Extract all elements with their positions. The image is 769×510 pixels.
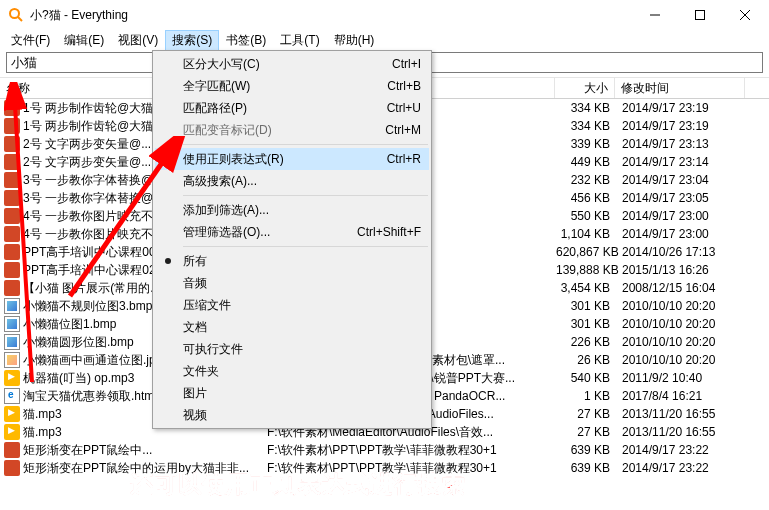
file-size: 226 KB (556, 335, 616, 349)
menu-item-label: 音频 (183, 275, 207, 292)
file-size: 334 KB (556, 119, 616, 133)
ppt-file-icon (4, 262, 20, 278)
menu-item-shortcut: Ctrl+M (385, 123, 421, 137)
menu-dropdown-item: 匹配变音标记(D)Ctrl+M (155, 119, 429, 141)
annotation-text: 还可以使用正则表达式进行搜索 (130, 469, 466, 500)
menu-dropdown-item[interactable]: 匹配路径(P)Ctrl+U (155, 97, 429, 119)
menu-item[interactable]: 工具(T) (273, 30, 326, 51)
menu-dropdown-item[interactable]: 文件夹 (155, 360, 429, 382)
file-date: 2014/9/17 23:19 (616, 101, 746, 115)
menu-dropdown-item[interactable]: 高级搜索(A)... (155, 170, 429, 192)
file-date: 2010/10/10 20:20 (616, 299, 746, 313)
file-size: 3,454 KB (556, 281, 616, 295)
file-name: 矩形渐变在PPT鼠绘中... (23, 442, 263, 459)
maximize-button[interactable] (677, 0, 722, 30)
bmp-file-icon (4, 334, 20, 350)
menu-dropdown-item[interactable]: 图片 (155, 382, 429, 404)
ppt-file-icon (4, 172, 20, 188)
menu-dropdown-item[interactable]: 管理筛选器(O)...Ctrl+Shift+F (155, 221, 429, 243)
jpg-file-icon (4, 352, 20, 368)
ppt-file-icon (4, 442, 20, 458)
menu-item-shortcut: Ctrl+Shift+F (357, 225, 421, 239)
file-date: 2014/9/17 23:22 (616, 461, 746, 475)
file-date: 2014/9/17 23:13 (616, 137, 746, 151)
menu-dropdown-item[interactable]: 视频 (155, 404, 429, 426)
menu-item-label: 文件夹 (183, 363, 219, 380)
file-row[interactable]: 矩形渐变在PPT鼠绘中...F:\软件素材\PPT\PPT教学\菲菲微教程30+… (0, 441, 769, 459)
menu-dropdown-item[interactable]: 压缩文件 (155, 294, 429, 316)
file-size: 456 KB (556, 191, 616, 205)
file-size: 639 KB (556, 443, 616, 457)
file-date: 2014/9/17 23:00 (616, 227, 746, 241)
file-size: 301 KB (556, 317, 616, 331)
file-path: F:\软件素材\PPT\PPT教学\菲菲微教程30+1 (263, 442, 556, 459)
menu-item-label: 全字匹配(W) (183, 78, 250, 95)
file-size: 449 KB (556, 155, 616, 169)
ppt-file-icon (4, 190, 20, 206)
file-date: 2010/10/10 20:20 (616, 335, 746, 349)
menu-item[interactable]: 书签(B) (219, 30, 273, 51)
app-icon (8, 7, 24, 23)
svg-line-1 (18, 17, 22, 21)
menu-item-label: 区分大小写(C) (183, 56, 260, 73)
menu-dropdown-item[interactable]: 区分大小写(C)Ctrl+I (155, 53, 429, 75)
menu-item-shortcut: Ctrl+B (387, 79, 421, 93)
file-date: 2013/11/20 16:55 (616, 425, 746, 439)
title-bar: 小?猫 - Everything (0, 0, 769, 30)
menu-dropdown-item[interactable]: 使用正则表达式(R)Ctrl+R (155, 148, 429, 170)
file-date: 2010/10/10 20:20 (616, 353, 746, 367)
html-file-icon (4, 388, 20, 404)
menu-item-label: 可执行文件 (183, 341, 243, 358)
column-header-date[interactable]: 修改时间 (615, 78, 745, 98)
menu-item-shortcut: Ctrl+R (387, 152, 421, 166)
file-size: 639 KB (556, 461, 616, 475)
menu-item[interactable]: 帮助(H) (327, 30, 382, 51)
file-size: 301 KB (556, 299, 616, 313)
menu-item[interactable]: 文件(F) (4, 30, 57, 51)
file-date: 2011/9/2 10:40 (616, 371, 746, 385)
bmp-file-icon (4, 298, 20, 314)
file-date: 2017/8/4 16:21 (616, 389, 746, 403)
close-button[interactable] (722, 0, 767, 30)
menu-separator (183, 246, 428, 247)
file-size: 139,888 KB (556, 263, 616, 277)
menu-item[interactable]: 编辑(E) (57, 30, 111, 51)
ppt-file-icon (4, 208, 20, 224)
menu-item-label: 文档 (183, 319, 207, 336)
file-date: 2014/9/17 23:22 (616, 443, 746, 457)
check-icon (163, 152, 175, 167)
file-size: 27 KB (556, 425, 616, 439)
file-date: 2014/9/17 23:19 (616, 119, 746, 133)
menu-dropdown-item[interactable]: 可执行文件 (155, 338, 429, 360)
ppt-file-icon (4, 244, 20, 260)
minimize-button[interactable] (632, 0, 677, 30)
menu-item[interactable]: 搜索(S) (165, 30, 219, 51)
file-date: 2014/9/17 23:05 (616, 191, 746, 205)
svg-rect-3 (695, 11, 704, 20)
menu-item[interactable]: 视图(V) (111, 30, 165, 51)
file-size: 1,104 KB (556, 227, 616, 241)
menu-dropdown-item[interactable]: 全字匹配(W)Ctrl+B (155, 75, 429, 97)
file-size: 334 KB (556, 101, 616, 115)
menu-dropdown-item[interactable]: 添加到筛选(A)... (155, 199, 429, 221)
file-date: 2008/12/15 16:04 (616, 281, 746, 295)
mp3-file-icon (4, 370, 20, 386)
search-menu-dropdown: 区分大小写(C)Ctrl+I全字匹配(W)Ctrl+B匹配路径(P)Ctrl+U… (152, 50, 432, 429)
ppt-file-icon (4, 154, 20, 170)
file-date: 2010/10/10 20:20 (616, 317, 746, 331)
mp3-file-icon (4, 424, 20, 440)
menu-item-label: 视频 (183, 407, 207, 424)
svg-point-0 (10, 9, 19, 18)
file-size: 620,867 KB (556, 245, 616, 259)
menu-item-shortcut: Ctrl+I (392, 57, 421, 71)
radio-dot-icon (165, 258, 171, 264)
bmp-file-icon (4, 316, 20, 332)
menu-item-label: 使用正则表达式(R) (183, 151, 284, 168)
file-date: 2014/10/26 17:13 (616, 245, 746, 259)
menu-item-label: 压缩文件 (183, 297, 231, 314)
menu-dropdown-item[interactable]: 音频 (155, 272, 429, 294)
menu-dropdown-item[interactable]: 所有 (155, 250, 429, 272)
column-header-size[interactable]: 大小 (555, 78, 615, 98)
menu-item-label: 高级搜索(A)... (183, 173, 257, 190)
menu-dropdown-item[interactable]: 文档 (155, 316, 429, 338)
